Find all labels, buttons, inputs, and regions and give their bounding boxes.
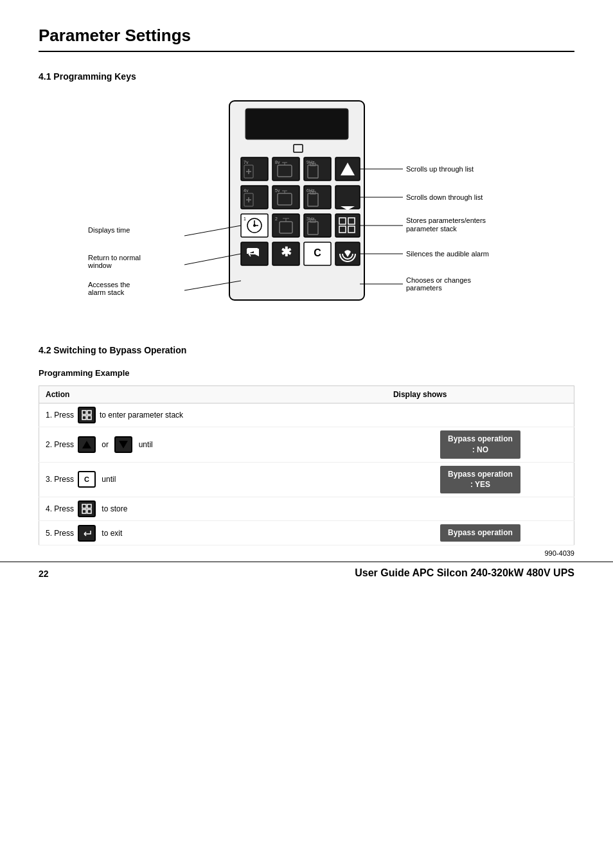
- svg-text:1: 1: [244, 217, 246, 221]
- svg-text:Scrolls down through list: Scrolls down through list: [406, 193, 483, 201]
- display-cell-1: [387, 403, 574, 427]
- svg-text:Chooses or changes: Chooses or changes: [406, 276, 471, 284]
- svg-rect-91: [87, 509, 91, 513]
- svg-text:8v: 8v: [275, 160, 280, 164]
- svg-text:5v: 5v: [275, 188, 280, 193]
- svg-text:parameter stack: parameter stack: [406, 225, 457, 233]
- action-2-text: until: [136, 440, 152, 449]
- bypass-yes-badge: Bypass operation: YES: [440, 466, 520, 494]
- svg-rect-84: [82, 411, 86, 414]
- svg-text:Accesses the: Accesses the: [88, 281, 130, 288]
- action-1-text: to enter parameter stack: [100, 411, 183, 420]
- step-1-label: 1. Press: [46, 411, 74, 420]
- footer-guide-title: User Guide APC Silcon 240-320kW 480V UPS: [355, 567, 574, 579]
- svg-text:7v: 7v: [244, 160, 249, 164]
- svg-text:Silences the audible alarm: Silences the audible alarm: [406, 250, 489, 258]
- section-41-heading: 4.1 Programming Keys: [39, 71, 574, 82]
- section-42: 4.2 Switching to Bypass Operation Progra…: [39, 345, 574, 545]
- display-cell-2: Bypass operation: NO: [387, 427, 574, 463]
- svg-rect-1: [245, 109, 348, 139]
- or-label: or: [100, 440, 111, 449]
- col-action: Action: [39, 386, 387, 403]
- svg-text:4v: 4v: [244, 188, 249, 193]
- table-row: 3. Press C until Bypass operation: YES: [39, 462, 574, 497]
- page-title: Parameter Settings: [39, 26, 574, 52]
- section-42-heading: 4.2 Switching to Bypass Operation: [39, 345, 574, 355]
- table-row: 2. Press or until: [39, 427, 574, 463]
- svg-text:✱: ✱: [281, 245, 292, 259]
- svg-text:2: 2: [275, 217, 278, 221]
- svg-rect-88: [82, 504, 86, 508]
- action-cell-1: 1. Press to enter parameter st: [39, 403, 387, 427]
- display-cell-5: Bypass operation: [387, 521, 574, 545]
- bypass-operation-badge: Bypass operation: [440, 524, 520, 542]
- programming-example-heading: Programming Example: [39, 368, 574, 378]
- svg-text:Displays time: Displays time: [88, 226, 130, 234]
- svg-text:window: window: [87, 261, 112, 269]
- store-key-icon-2[interactable]: [78, 500, 96, 517]
- display-cell-3: Bypass operation: YES: [387, 462, 574, 497]
- step-2-label: 2. Press: [46, 440, 74, 449]
- svg-text:alarm stack: alarm stack: [88, 288, 125, 296]
- svg-rect-90: [82, 509, 86, 513]
- section-41: 4.1 Programming Keys 7v 8v: [39, 71, 574, 332]
- svg-text:parameters: parameters: [406, 284, 442, 292]
- action-cell-5: 5. Press to exit: [39, 521, 387, 545]
- display-cell-4: [387, 497, 574, 521]
- footer-page-number: 22: [39, 569, 49, 579]
- keypad-diagram: 7v 8v 9Hz: [39, 94, 574, 332]
- action-cell-3: 3. Press C until: [39, 462, 387, 497]
- programming-table: Action Display shows 1. Press: [39, 385, 574, 545]
- action-4-text: to store: [100, 504, 127, 513]
- step-5-label: 5. Press: [46, 529, 74, 538]
- action-cell-4: 4. Press to store: [39, 497, 387, 521]
- return-key-icon[interactable]: [78, 525, 96, 542]
- down-arrow-key-icon[interactable]: [114, 436, 132, 453]
- svg-rect-35: [335, 186, 360, 209]
- svg-text:C: C: [314, 247, 321, 258]
- action-cell-2: 2. Press or until: [39, 427, 387, 463]
- svg-rect-86: [82, 416, 86, 420]
- table-row: 5. Press to exit Byp: [39, 521, 574, 545]
- bypass-no-badge: Bypass operation: NO: [440, 430, 520, 459]
- svg-rect-89: [87, 504, 91, 508]
- keypad-svg: 7v 8v 9Hz: [82, 94, 531, 332]
- col-display: Display shows: [387, 386, 574, 403]
- c-key-icon[interactable]: C: [78, 471, 96, 488]
- svg-text:Stores parameters/enters: Stores parameters/enters: [406, 217, 486, 224]
- svg-rect-85: [87, 411, 91, 414]
- svg-text:Return to normal: Return to normal: [88, 254, 141, 261]
- action-3-text: until: [100, 475, 116, 484]
- table-row: 1. Press to enter parameter st: [39, 403, 574, 427]
- step-3-label: 3. Press: [46, 475, 74, 484]
- page-container: Parameter Settings 4.1 Programming Keys …: [0, 0, 613, 603]
- action-5-text: to exit: [100, 529, 122, 538]
- footer-reference: 990-4039: [545, 549, 575, 557]
- table-row: 4. Press to store: [39, 497, 574, 521]
- store-key-icon-1[interactable]: [78, 407, 96, 423]
- step-4-label: 4. Press: [46, 504, 74, 513]
- up-arrow-key-icon[interactable]: [78, 436, 96, 453]
- page-footer: 22 User Guide APC Silcon 240-320kW 480V …: [0, 562, 613, 584]
- svg-text:Scrolls up through list: Scrolls up through list: [406, 165, 474, 173]
- svg-rect-87: [87, 416, 91, 420]
